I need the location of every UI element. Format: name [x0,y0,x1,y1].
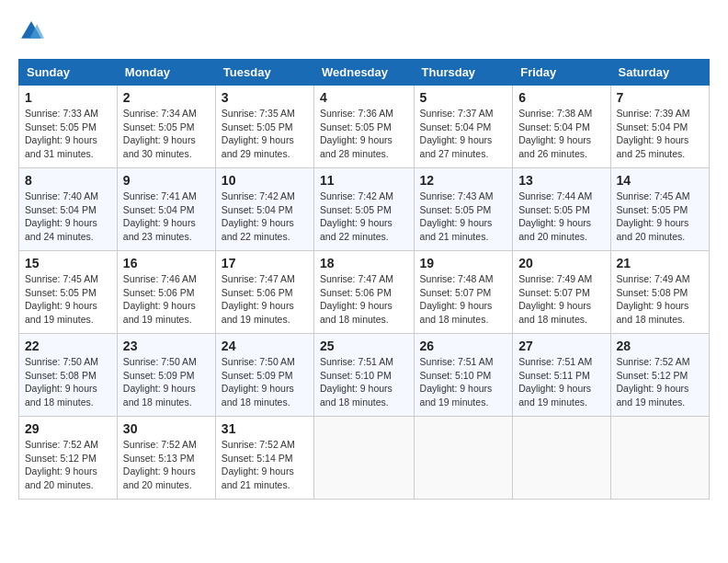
sunset-label: Sunset: 5:04 PM [420,121,492,132]
logo [18,18,48,44]
calendar-cell [513,417,610,500]
day-info: Sunrise: 7:50 AM Sunset: 5:09 PM Dayligh… [123,355,210,409]
daylight-label: Daylight: 9 hours and 24 minutes. [25,217,97,242]
sunrise-label: Sunrise: 7:36 AM [320,108,393,119]
sunrise-label: Sunrise: 7:39 AM [617,108,690,119]
sunset-label: Sunset: 5:12 PM [617,370,688,381]
calendar-cell: 1 Sunrise: 7:33 AM Sunset: 5:05 PM Dayli… [19,86,118,168]
calendar-cell: 30 Sunrise: 7:52 AM Sunset: 5:13 PM Dayl… [117,417,215,500]
sunrise-label: Sunrise: 7:41 AM [123,190,197,201]
sunrise-label: Sunrise: 7:51 AM [320,356,393,367]
sunset-label: Sunset: 5:10 PM [320,370,392,381]
day-number: 29 [25,421,111,436]
daylight-label: Daylight: 9 hours and 25 minutes. [617,134,689,159]
day-info: Sunrise: 7:52 AM Sunset: 5:13 PM Dayligh… [123,438,210,492]
sunrise-label: Sunrise: 7:50 AM [222,356,295,367]
daylight-label: Daylight: 9 hours and 22 minutes. [222,217,294,242]
day-number: 24 [222,339,308,353]
day-info: Sunrise: 7:34 AM Sunset: 5:05 PM Dayligh… [123,107,210,161]
daylight-label: Daylight: 9 hours and 19 minutes. [518,383,591,408]
day-number: 8 [25,173,111,188]
day-info: Sunrise: 7:40 AM Sunset: 5:04 PM Dayligh… [25,190,111,244]
sunrise-label: Sunrise: 7:49 AM [617,273,690,284]
calendar-cell: 20 Sunrise: 7:49 AM Sunset: 5:07 PM Dayl… [513,251,610,334]
daylight-label: Daylight: 9 hours and 19 minutes. [617,383,689,408]
calendar-cell: 31 Sunrise: 7:52 AM Sunset: 5:14 PM Dayl… [215,417,313,500]
calendar-cell: 24 Sunrise: 7:50 AM Sunset: 5:09 PM Dayl… [215,334,313,417]
sunrise-label: Sunrise: 7:40 AM [25,190,98,201]
sunset-label: Sunset: 5:05 PM [25,121,97,132]
sunset-label: Sunset: 5:08 PM [25,370,97,381]
day-info: Sunrise: 7:52 AM Sunset: 5:12 PM Dayligh… [25,438,111,492]
sunset-label: Sunset: 5:04 PM [518,121,590,132]
day-info: Sunrise: 7:48 AM Sunset: 5:07 PM Dayligh… [420,272,507,327]
sunset-label: Sunset: 5:05 PM [222,121,293,132]
daylight-label: Daylight: 9 hours and 23 minutes. [123,217,196,242]
calendar-cell: 26 Sunrise: 7:51 AM Sunset: 5:10 PM Dayl… [414,334,513,417]
day-info: Sunrise: 7:44 AM Sunset: 5:05 PM Dayligh… [518,190,604,244]
day-number: 20 [518,256,604,270]
sunrise-label: Sunrise: 7:51 AM [420,356,494,367]
day-number: 15 [25,256,111,270]
sunrise-label: Sunrise: 7:37 AM [420,108,494,119]
day-info: Sunrise: 7:39 AM Sunset: 5:04 PM Dayligh… [617,107,703,161]
daylight-label: Daylight: 9 hours and 18 minutes. [420,300,493,325]
calendar-cell: 12 Sunrise: 7:43 AM Sunset: 5:05 PM Dayl… [414,168,513,251]
day-info: Sunrise: 7:46 AM Sunset: 5:06 PM Dayligh… [123,272,210,327]
day-number: 23 [123,339,210,353]
day-number: 26 [420,339,507,353]
calendar-cell: 5 Sunrise: 7:37 AM Sunset: 5:04 PM Dayli… [414,86,513,168]
calendar-week-row: 1 Sunrise: 7:33 AM Sunset: 5:05 PM Dayli… [19,86,710,168]
calendar-cell: 9 Sunrise: 7:41 AM Sunset: 5:04 PM Dayli… [117,168,215,251]
day-number: 11 [320,173,408,188]
day-info: Sunrise: 7:37 AM Sunset: 5:04 PM Dayligh… [420,107,507,161]
daylight-label: Daylight: 9 hours and 20 minutes. [25,465,97,490]
page-header [18,18,710,44]
calendar-cell: 17 Sunrise: 7:47 AM Sunset: 5:06 PM Dayl… [215,251,313,334]
day-number: 30 [123,421,210,436]
day-info: Sunrise: 7:42 AM Sunset: 5:05 PM Dayligh… [320,190,408,244]
calendar-week-row: 15 Sunrise: 7:45 AM Sunset: 5:05 PM Dayl… [19,251,710,334]
day-info: Sunrise: 7:49 AM Sunset: 5:07 PM Dayligh… [518,272,604,327]
sunrise-label: Sunrise: 7:43 AM [420,190,494,201]
day-number: 31 [222,421,308,436]
day-info: Sunrise: 7:52 AM Sunset: 5:14 PM Dayligh… [222,438,308,492]
day-number: 14 [617,173,703,188]
calendar-cell: 29 Sunrise: 7:52 AM Sunset: 5:12 PM Dayl… [19,417,118,500]
sunset-label: Sunset: 5:14 PM [222,453,293,464]
sunrise-label: Sunrise: 7:42 AM [320,190,393,201]
sunrise-label: Sunrise: 7:52 AM [25,439,98,450]
sunrise-label: Sunrise: 7:45 AM [617,190,690,201]
daylight-label: Daylight: 9 hours and 30 minutes. [123,134,196,159]
calendar-week-row: 29 Sunrise: 7:52 AM Sunset: 5:12 PM Dayl… [19,417,710,500]
calendar-cell: 14 Sunrise: 7:45 AM Sunset: 5:05 PM Dayl… [610,168,709,251]
day-number: 16 [123,256,210,270]
sunset-label: Sunset: 5:10 PM [420,370,492,381]
day-number: 22 [25,339,111,353]
sunset-label: Sunset: 5:04 PM [123,204,195,215]
sunset-label: Sunset: 5:04 PM [25,204,97,215]
daylight-label: Daylight: 9 hours and 19 minutes. [222,300,294,325]
sunset-label: Sunset: 5:05 PM [420,204,492,215]
day-number: 17 [222,256,308,270]
day-info: Sunrise: 7:38 AM Sunset: 5:04 PM Dayligh… [518,107,604,161]
daylight-label: Daylight: 9 hours and 18 minutes. [617,300,689,325]
daylight-label: Daylight: 9 hours and 20 minutes. [518,217,591,242]
calendar-day-header: Saturday [610,60,709,86]
calendar-cell: 11 Sunrise: 7:42 AM Sunset: 5:05 PM Dayl… [314,168,415,251]
day-number: 9 [123,173,210,188]
calendar-day-header: Friday [513,60,610,86]
day-number: 7 [617,90,703,105]
calendar-cell: 18 Sunrise: 7:47 AM Sunset: 5:06 PM Dayl… [314,251,415,334]
daylight-label: Daylight: 9 hours and 19 minutes. [123,300,196,325]
sunset-label: Sunset: 5:13 PM [123,453,195,464]
calendar-cell: 8 Sunrise: 7:40 AM Sunset: 5:04 PM Dayli… [19,168,118,251]
daylight-label: Daylight: 9 hours and 18 minutes. [320,383,392,408]
sunset-label: Sunset: 5:05 PM [518,204,590,215]
sunrise-label: Sunrise: 7:51 AM [518,356,592,367]
sunrise-label: Sunrise: 7:42 AM [222,190,295,201]
day-number: 28 [617,339,703,353]
sunrise-label: Sunrise: 7:46 AM [123,273,197,284]
daylight-label: Daylight: 9 hours and 20 minutes. [617,217,689,242]
calendar-week-row: 22 Sunrise: 7:50 AM Sunset: 5:08 PM Dayl… [19,334,710,417]
